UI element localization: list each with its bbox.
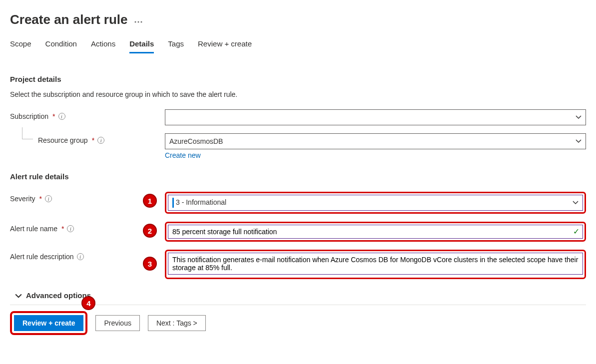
alert-rule-details-heading: Alert rule details xyxy=(10,172,586,181)
tab-condition[interactable]: Condition xyxy=(45,39,77,53)
alert-rule-name-label: Alert rule name* i xyxy=(10,222,165,233)
alert-rule-name-input[interactable] xyxy=(168,225,583,239)
page-title: Create an alert rule xyxy=(10,12,128,27)
wizard-tabs: Scope Condition Actions Details Tags Rev… xyxy=(10,39,586,54)
tab-tags[interactable]: Tags xyxy=(168,39,184,53)
review-create-button[interactable]: Review + create xyxy=(14,315,83,331)
chevron-down-icon xyxy=(15,293,21,299)
resource-group-label: Resource group* i xyxy=(10,133,165,144)
severity-label: Severity* i xyxy=(10,192,165,203)
more-actions-icon[interactable]: ⋯ xyxy=(134,13,144,27)
next-tags-button[interactable]: Next : Tags > xyxy=(148,315,206,331)
info-icon[interactable]: i xyxy=(58,113,65,120)
subscription-select[interactable] xyxy=(165,109,586,125)
chevron-down-icon xyxy=(576,114,582,120)
check-icon: ✓ xyxy=(573,227,580,236)
project-details-subtext: Select the subscription and resource gro… xyxy=(10,90,586,98)
info-icon[interactable]: i xyxy=(45,195,52,202)
create-new-link[interactable]: Create new xyxy=(165,151,201,159)
alert-rule-description-input[interactable] xyxy=(168,253,583,275)
callout-4: 4 xyxy=(81,296,95,310)
project-details-heading: Project details xyxy=(10,75,586,83)
previous-button[interactable]: Previous xyxy=(95,315,139,331)
tab-actions[interactable]: Actions xyxy=(91,39,115,53)
info-icon[interactable]: i xyxy=(67,225,74,232)
advanced-options-toggle[interactable]: Advanced options xyxy=(15,291,586,300)
chevron-down-icon xyxy=(573,200,579,206)
callout-2: 2 xyxy=(143,224,157,238)
severity-select[interactable]: 3 - Informational xyxy=(168,195,583,211)
info-icon[interactable]: i xyxy=(77,253,84,260)
info-icon[interactable]: i xyxy=(97,137,104,144)
callout-3: 3 xyxy=(143,257,157,271)
resource-group-select[interactable]: AzureCosmosDB xyxy=(165,133,586,149)
alert-rule-description-label: Alert rule description i xyxy=(10,250,165,261)
tab-review-create[interactable]: Review + create xyxy=(198,39,252,53)
tab-scope[interactable]: Scope xyxy=(10,39,31,53)
callout-1: 1 xyxy=(143,194,157,208)
tab-details[interactable]: Details xyxy=(129,39,154,53)
subscription-label: Subscription* i xyxy=(10,109,165,120)
chevron-down-icon xyxy=(576,138,582,144)
